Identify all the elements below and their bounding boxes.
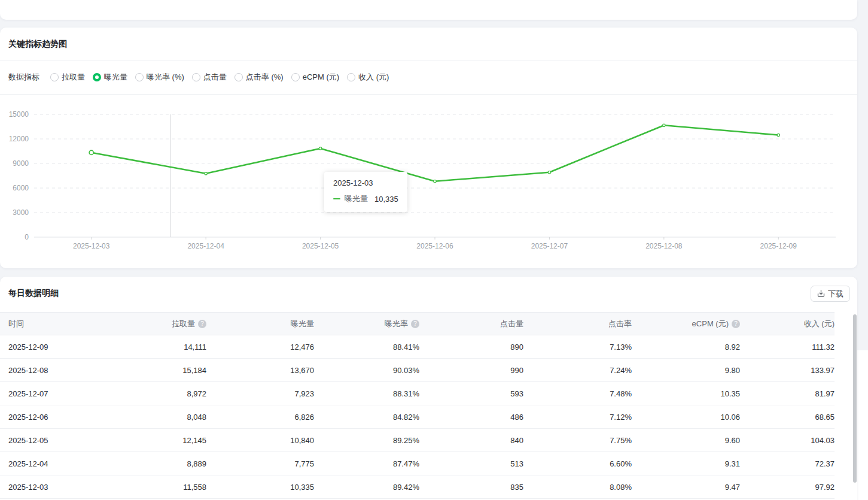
- data-point[interactable]: [205, 172, 207, 175]
- table-scrollbar-thumb[interactable]: [853, 314, 857, 483]
- row-date-cell: 2025-12-06: [0, 413, 150, 422]
- row-value-cell: 10,840: [206, 436, 314, 445]
- row-date-cell: 2025-12-05: [0, 436, 150, 445]
- indicator-radio-4[interactable]: 点击量: [192, 72, 227, 83]
- row-date-cell: 2025-12-09: [0, 343, 150, 351]
- column-header-8: 收入 (元): [740, 319, 835, 329]
- x-axis-label: 2025-12-07: [531, 242, 568, 250]
- download-button-label: 下载: [828, 289, 843, 299]
- data-point[interactable]: [89, 150, 93, 154]
- trend-chart-card: 关键指标趋势图 数据指标 拉取量曝光量曝光率 (%)点击量点击率 (%)eCPM…: [0, 28, 857, 268]
- row-value-cell: 9.31: [632, 459, 740, 468]
- column-header-label: 拉取量: [172, 319, 195, 329]
- indicator-radio-label: 收入 (元): [358, 72, 389, 83]
- y-axis-label: 6000: [13, 184, 29, 192]
- data-point[interactable]: [434, 180, 436, 183]
- column-header-label: 时间: [8, 319, 24, 329]
- row-value-cell: 13,670: [206, 366, 314, 375]
- row-value-cell: 87.47%: [314, 459, 419, 468]
- data-point[interactable]: [319, 147, 321, 150]
- row-value-cell: 9.80: [632, 366, 740, 375]
- row-value-cell: 7.12%: [523, 413, 632, 422]
- data-point[interactable]: [548, 171, 550, 174]
- indicator-radio-label: 点击率 (%): [246, 72, 284, 83]
- row-value-cell: 68.65: [740, 413, 835, 422]
- x-axis-label: 2025-12-03: [73, 242, 110, 250]
- table-row: 2025-12-0512,14510,84089.25%8407.75%9.60…: [0, 429, 835, 452]
- x-axis-label: 2025-12-08: [645, 242, 683, 250]
- divider: [0, 94, 857, 95]
- x-axis-label: 2025-12-06: [416, 242, 453, 250]
- row-value-cell: 10.06: [632, 413, 740, 422]
- radio-unselected-icon[interactable]: [135, 73, 144, 81]
- table-header-row: 时间拉取量?曝光量曝光率?点击量点击率eCPM (元)?收入 (元): [0, 312, 835, 335]
- y-axis-label: 15000: [9, 110, 29, 119]
- trend-card-title: 关键指标趋势图: [8, 39, 67, 50]
- column-header-label: 曝光率: [385, 319, 408, 329]
- radio-unselected-icon[interactable]: [50, 73, 59, 81]
- indicator-radio-3[interactable]: 曝光率 (%): [135, 72, 184, 83]
- column-header-6: 点击率: [523, 319, 632, 329]
- row-value-cell: 8,048: [150, 413, 206, 422]
- radio-unselected-icon[interactable]: [291, 73, 300, 81]
- tooltip-series-label: 曝光量: [345, 193, 368, 204]
- row-value-cell: 486: [419, 413, 523, 422]
- trend-line: [92, 125, 779, 181]
- y-axis-label: 12000: [9, 135, 29, 143]
- row-value-cell: 97.92: [740, 483, 835, 492]
- column-header-2: 拉取量?: [150, 319, 206, 329]
- chart-tooltip: 2025-12-03 曝光量 10,335: [324, 172, 407, 212]
- y-axis-label: 3000: [13, 208, 29, 217]
- trend-chart[interactable]: 030006000900012000150002025-12-032025-12…: [0, 102, 857, 263]
- indicator-radio-7[interactable]: 收入 (元): [347, 72, 389, 83]
- radio-selected-icon[interactable]: [93, 73, 101, 81]
- help-icon[interactable]: ?: [198, 320, 206, 328]
- row-value-cell: 9.47: [632, 483, 740, 492]
- table-row: 2025-12-048,8897,77587.47%5136.60%9.3172…: [0, 452, 835, 475]
- table-row: 2025-12-0311,55810,33589.42%8358.08%9.47…: [0, 475, 835, 499]
- row-value-cell: 6.60%: [523, 459, 632, 468]
- row-value-cell: 8.08%: [523, 483, 632, 492]
- indicator-radio-label: 点击量: [203, 72, 227, 83]
- radio-unselected-icon[interactable]: [234, 73, 243, 81]
- daily-card-title: 每日数据明细: [8, 288, 59, 299]
- row-value-cell: 835: [419, 483, 523, 492]
- column-header-7: eCPM (元)?: [632, 319, 740, 329]
- indicator-radio-label: 曝光率 (%): [147, 72, 184, 83]
- data-point[interactable]: [663, 124, 665, 126]
- column-header-label: 点击率: [608, 319, 632, 329]
- column-header-3: 曝光量: [206, 319, 314, 329]
- trend-chart-canvas[interactable]: 030006000900012000150002025-12-032025-12…: [0, 102, 857, 259]
- dashboard-page: { "accent": { "radio_green": "#07c160", …: [0, 0, 868, 500]
- row-value-cell: 88.41%: [314, 343, 419, 351]
- table-row: 2025-12-078,9727,92388.31%5937.48%10.358…: [0, 382, 835, 405]
- row-value-cell: 11,558: [150, 483, 206, 492]
- row-value-cell: 8,972: [150, 389, 206, 398]
- x-axis-label: 2025-12-04: [187, 242, 224, 250]
- indicator-radio-5[interactable]: 点击率 (%): [234, 72, 284, 83]
- row-value-cell: 7.48%: [523, 389, 632, 398]
- row-value-cell: 15,184: [150, 366, 206, 375]
- row-value-cell: 88.31%: [314, 389, 419, 398]
- table-row: 2025-12-0815,18413,67090.03%9907.24%9.80…: [0, 359, 835, 382]
- help-icon[interactable]: ?: [411, 320, 419, 328]
- radio-unselected-icon[interactable]: [192, 73, 200, 81]
- column-header-5: 点击量: [419, 319, 523, 329]
- row-value-cell: 90.03%: [314, 366, 419, 375]
- radio-unselected-icon[interactable]: [347, 73, 355, 81]
- help-icon[interactable]: ?: [732, 320, 740, 328]
- indicator-radio-2[interactable]: 曝光量: [93, 72, 127, 83]
- download-button[interactable]: 下载: [811, 286, 850, 302]
- indicator-radio-6[interactable]: eCPM (元): [291, 72, 339, 83]
- row-date-cell: 2025-12-07: [0, 389, 150, 398]
- tooltip-series-row: 曝光量 10,335: [333, 193, 398, 204]
- row-value-cell: 81.97: [740, 389, 835, 398]
- indicator-radio-1[interactable]: 拉取量: [50, 72, 85, 83]
- row-value-cell: 111.32: [740, 343, 835, 351]
- indicator-radio-label: eCPM (元): [303, 72, 339, 83]
- table-row: 2025-12-0914,11112,47688.41%8907.13%8.92…: [0, 335, 835, 359]
- data-point[interactable]: [777, 134, 779, 136]
- x-axis-label: 2025-12-09: [760, 242, 797, 250]
- row-value-cell: 8.92: [632, 343, 740, 351]
- row-date-cell: 2025-12-04: [0, 459, 150, 468]
